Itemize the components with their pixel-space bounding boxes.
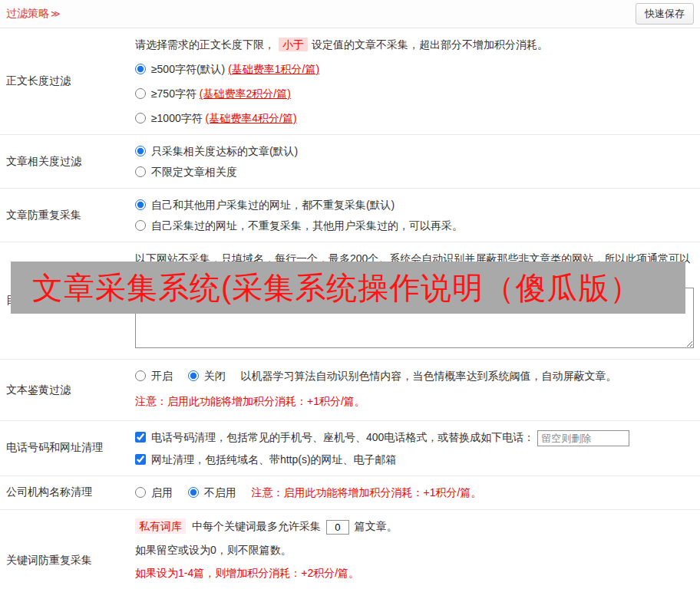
fee-note: (基础费率1积分/篇) — [228, 63, 319, 75]
row-label-company-clean: 公司机构名称清理 — [0, 476, 135, 509]
section-phone-url: 电话号码和网址清理 电话号码清理，包括常见的手机号、座机号、400电话格式，或替… — [0, 421, 700, 476]
chevron-down-icon: ≫ — [51, 8, 61, 19]
private-lexicon-tag: 私有词库 — [135, 518, 186, 534]
row-label-phone-url: 电话号码和网址清理 — [0, 421, 135, 475]
body-length-intro: 请选择需求的正文长度下限，小于设定值的文章不采集，超出部分不增加积分消耗。 — [135, 37, 694, 52]
company-clean-note: 注意：启用此功能将增加积分消耗：+1积分/篇。 — [252, 486, 482, 499]
section-dedup: 文章防重复采集 自己和其他用户采集过的网址，都不重复采集(默认) 自己采集过的网… — [0, 189, 700, 242]
radio-length-500[interactable]: ≥500字符(默认) (基础费率1积分/篇) — [135, 63, 319, 75]
radio-porn-on-input[interactable] — [135, 370, 146, 381]
page-title: 过滤策略≫ — [6, 7, 61, 21]
radio-relevance-strict-input[interactable] — [135, 146, 146, 156]
radio-length-750-input[interactable] — [135, 88, 146, 99]
porn-filter-note: 注意：启用此功能将增加积分消耗：+1积分/篇。 — [135, 393, 694, 409]
radio-relevance-any[interactable]: 不限定文章相关度 — [135, 166, 237, 178]
radio-length-1000[interactable]: ≥1000字符 (基础费率4积分/篇) — [135, 112, 297, 124]
radio-porn-on[interactable]: 开启 — [135, 370, 176, 382]
radio-company-disable[interactable]: 不启用 — [188, 486, 239, 499]
keyword-note-fee: 如果设为1-4篇，则增加积分消耗：+2积分/篇。 — [135, 565, 694, 581]
top-bar: 过滤策略≫ 快速保存 — [0, 0, 700, 28]
radio-dedup-all-input[interactable] — [135, 199, 146, 210]
row-label-relevance: 文章相关度过滤 — [0, 135, 135, 188]
radio-relevance-strict[interactable]: 只采集相关度达标的文章(默认) — [135, 145, 298, 157]
row-label-porn-filter: 文本鉴黄过滤 — [0, 360, 135, 420]
less-than-highlight: 小于 — [279, 38, 308, 51]
radio-length-750[interactable]: ≥750字符 (基础费率2积分/篇) — [135, 87, 291, 100]
radio-dedup-self-input[interactable] — [135, 220, 146, 231]
radio-length-500-input[interactable] — [135, 64, 146, 74]
section-keyword-dedup: 关键词防重复采集 私有词库 中每个关键词最多允许采集 篇文章。 如果留空或设为0… — [0, 510, 700, 589]
checkbox-phone-clean-input[interactable] — [135, 432, 146, 443]
checkbox-url-clean[interactable]: 网址清理，包括纯域名、带http(s)的网址、电子邮箱 — [135, 453, 397, 466]
checkbox-url-clean-input[interactable] — [135, 454, 146, 465]
radio-porn-off-input[interactable] — [188, 370, 199, 381]
section-body-length: 正文长度过滤 请选择需求的正文长度下限，小于设定值的文章不采集，超出部分不增加积… — [0, 28, 700, 135]
quick-save-button[interactable]: 快速保存 — [636, 3, 694, 25]
row-label-keyword-dedup: 关键词防重复采集 — [0, 510, 135, 589]
keyword-note-zero: 如果留空或设为0，则不限篇数。 — [135, 542, 694, 558]
radio-company-enable-input[interactable] — [135, 487, 146, 498]
watermark-banner: 文章采集系统(采集系统操作说明（傻瓜版） — [11, 262, 685, 314]
section-porn-filter: 文本鉴黄过滤 开启 关闭 以机器学习算法自动识别色情内容，当色情概率达到系统阈值… — [0, 360, 700, 421]
radio-dedup-self[interactable]: 自己采集过的网址，不重复采集，其他用户采集过的，可以再采。 — [135, 219, 463, 232]
radio-relevance-any-input[interactable] — [135, 166, 146, 177]
row-label-dedup: 文章防重复采集 — [0, 189, 135, 242]
radio-company-enable[interactable]: 启用 — [135, 486, 176, 499]
radio-porn-off[interactable]: 关闭 — [188, 370, 229, 382]
fee-note: (基础费率4积分/篇) — [206, 112, 297, 124]
porn-filter-desc: 以机器学习算法自动识别色情内容，当色情概率达到系统阈值，自动屏蔽文章。 — [241, 370, 617, 382]
fee-note: (基础费率2积分/篇) — [200, 87, 291, 100]
row-label-body-length: 正文长度过滤 — [0, 28, 135, 134]
section-company-clean: 公司机构名称清理 启用 不启用 注意：启用此功能将增加积分消耗：+1积分/篇。 — [0, 476, 700, 510]
radio-company-disable-input[interactable] — [188, 487, 199, 498]
checkbox-phone-clean[interactable]: 电话号码清理，包括常见的手机号、座机号、400电话格式，或替换成如下电话： — [135, 431, 537, 443]
keyword-count-input[interactable] — [326, 520, 349, 535]
radio-dedup-all[interactable]: 自己和其他用户采集过的网址，都不重复采集(默认) — [135, 199, 395, 211]
radio-length-1000-input[interactable] — [135, 113, 146, 123]
phone-replace-input[interactable] — [537, 430, 629, 446]
section-relevance: 文章相关度过滤 只采集相关度达标的文章(默认) 不限定文章相关度 — [0, 135, 700, 189]
page-title-text: 过滤策略 — [6, 7, 49, 19]
